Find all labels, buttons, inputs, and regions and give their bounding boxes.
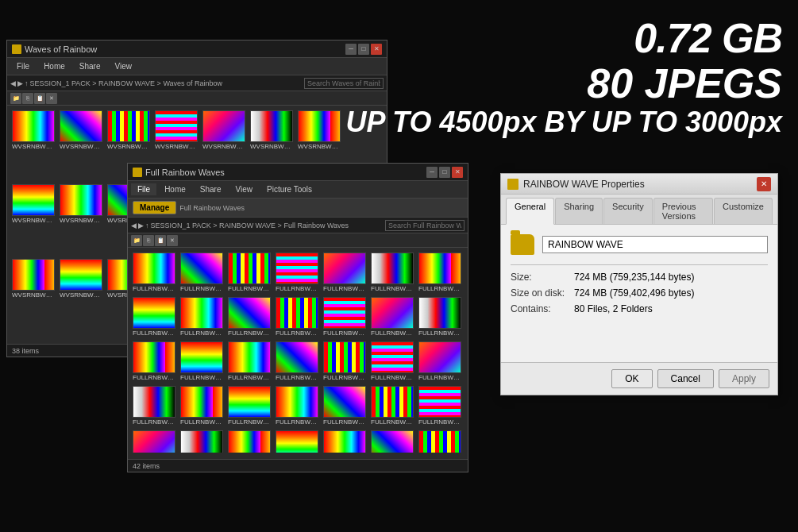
apply-button[interactable]: Apply — [719, 369, 769, 388]
list-item[interactable]: FULLRNBW_05.jpg — [322, 251, 368, 294]
list-item[interactable]: FULLRNBW_03.jpg — [226, 251, 272, 294]
size-value: 724 MB (759,235,144 bytes) — [574, 272, 768, 283]
file-name-label: FULLRNBW_27.jpg — [371, 418, 414, 426]
list-item[interactable]: FULLRNBW_15.jpg — [131, 340, 177, 383]
props-tabs: General Sharing Security Previous Versio… — [501, 195, 777, 225]
toolbar-2: File Home Share View Picture Tools — [128, 181, 468, 199]
list-item[interactable]: FULLRNBW_25.jpg — [274, 384, 320, 427]
tab-view-2[interactable]: View — [229, 183, 260, 195]
manage-btn[interactable]: Manage — [133, 201, 176, 214]
list-item[interactable]: FULLRNBW_20.jpg — [369, 340, 415, 383]
props-tab-customize[interactable]: Customize — [714, 198, 773, 224]
list-item[interactable]: FULLRNBW_30.jpg — [179, 429, 225, 453]
copy-icon-2[interactable]: ⎘ — [143, 235, 154, 246]
props-close-btn[interactable]: ✕ — [757, 177, 771, 191]
list-item[interactable]: WVSRNBW_08.jpg — [10, 183, 56, 255]
delete-icon[interactable]: ✕ — [46, 93, 57, 104]
list-item[interactable]: FULLRNBW_27.jpg — [369, 384, 415, 427]
list-item[interactable]: FULLRNBW_10.jpg — [226, 295, 272, 338]
cancel-button[interactable]: Cancel — [657, 369, 714, 388]
tab-file-1[interactable]: File — [10, 60, 36, 72]
list-item[interactable]: FULLRNBW_26.jpg — [322, 384, 368, 427]
props-contains-row: Contains: 80 Files, 2 Folders — [511, 303, 768, 314]
size-disk-label: Size on disk: — [511, 287, 574, 299]
file-name-label: WVSRNBW_09.jpg — [60, 217, 102, 224]
list-item[interactable]: FULLRNBW_31.jpg — [226, 429, 272, 453]
props-title-bar: RAINBOW WAVE Properties ✕ — [501, 174, 777, 195]
contains-value: 80 Files, 2 Folders — [574, 303, 768, 314]
close-btn-2[interactable]: ✕ — [452, 167, 463, 178]
tab-file-2[interactable]: File — [131, 183, 156, 195]
folder-name-input[interactable] — [542, 236, 768, 253]
props-folder-icon — [507, 179, 519, 190]
new-folder-icon[interactable]: 📁 — [10, 93, 21, 104]
file-name-label: WVSRNBW_08.jpg — [12, 217, 55, 224]
file-name-label: FULLRNBW_05.jpg — [323, 285, 366, 292]
tab-home-2[interactable]: Home — [158, 183, 192, 195]
file-name-label: FULLRNBW_07.jpg — [418, 285, 461, 292]
list-item[interactable]: FULLRNBW_35.jpg — [417, 429, 463, 453]
ok-button[interactable]: OK — [611, 369, 652, 388]
list-item[interactable]: FULLRNBW_34.jpg — [369, 429, 415, 453]
tab-view-1[interactable]: View — [109, 60, 139, 72]
new-folder-icon-2[interactable]: 📁 — [131, 235, 142, 246]
list-item[interactable]: FULLRNBW_21.jpg — [417, 340, 463, 383]
list-item[interactable]: FULLRNBW_04.jpg — [274, 251, 320, 294]
list-item[interactable]: FULLRNBW_16.jpg — [179, 340, 225, 383]
tab-share-1[interactable]: Share — [73, 60, 107, 72]
list-item[interactable]: FULLRNBW_14.jpg — [417, 295, 463, 338]
list-item[interactable]: FULLRNBW_01.jpg — [131, 251, 177, 294]
delete-icon-2[interactable]: ✕ — [167, 235, 178, 246]
list-item[interactable]: FULLRNBW_22.jpg — [131, 384, 177, 427]
status-bar-2: 42 items — [128, 459, 468, 472]
file-name-label: FULLRNBW_25.jpg — [276, 418, 318, 426]
list-item[interactable]: WVSRNBW_19.jpg — [10, 257, 56, 330]
list-item[interactable]: FULLRNBW_23.jpg — [179, 384, 225, 427]
file-name-label: FULLRNBW_06.jpg — [371, 285, 414, 292]
props-tab-sharing[interactable]: Sharing — [555, 198, 603, 224]
list-item[interactable]: FULLRNBW_02.jpg — [179, 251, 225, 294]
list-item[interactable]: FULLRNBW_33.jpg — [322, 429, 368, 453]
title-bar-2: Full Rainbow Waves ─ □ ✕ — [128, 164, 468, 181]
list-item[interactable]: WVSRNBW_02.jpg — [58, 109, 104, 181]
file-name-label: FULLRNBW_11.jpg — [276, 330, 318, 337]
copy-icon[interactable]: ⎘ — [22, 93, 33, 104]
list-item[interactable]: FULLRNBW_29.jpg — [131, 429, 177, 453]
list-item[interactable]: FULLRNBW_11.jpg — [274, 295, 320, 338]
tab-picture-tools-2[interactable]: Picture Tools — [260, 183, 318, 195]
file-name-label: FULLRNBW_23.jpg — [180, 418, 223, 426]
props-tab-security[interactable]: Security — [603, 198, 653, 224]
list-item[interactable]: FULLRNBW_17.jpg — [226, 340, 272, 383]
list-item[interactable]: WVSRNBW_01.jpg — [10, 109, 56, 181]
size-disk-value: 724 MB (759,402,496 bytes) — [574, 287, 768, 299]
props-tab-general[interactable]: General — [506, 198, 554, 225]
list-item[interactable]: FULLRNBW_24.jpg — [226, 384, 272, 427]
list-item[interactable]: FULLRNBW_13.jpg — [369, 295, 415, 338]
list-item[interactable]: FULLRNBW_06.jpg — [369, 251, 415, 294]
file-name-label: WVSRNBW_04.jpg — [155, 143, 198, 150]
file-name-label: WVSRNBW_03.jpg — [107, 143, 150, 150]
maximize-btn-2[interactable]: □ — [439, 167, 450, 178]
list-item[interactable]: FULLRNBW_09.jpg — [179, 295, 225, 338]
list-item[interactable]: FULLRNBW_28.jpg — [417, 384, 463, 427]
minimize-btn-2[interactable]: ─ — [426, 167, 438, 178]
search-input-2[interactable] — [385, 220, 465, 231]
folder-icon-1 — [12, 44, 21, 54]
list-item[interactable]: WVSRNBW_25.jpg — [58, 257, 104, 330]
list-item[interactable]: FULLRNBW_18.jpg — [274, 340, 320, 383]
tab-home-1[interactable]: Home — [37, 60, 71, 72]
list-item[interactable]: FULLRNBW_12.jpg — [322, 295, 368, 338]
address-bar-2: ◀ ▶ ↑ SESSION_1 PACK > RAINBOW WAVE > Fu… — [128, 218, 468, 233]
list-item[interactable]: FULLRNBW_08.jpg — [131, 295, 177, 338]
list-item[interactable]: FULLRNBW_19.jpg — [322, 340, 368, 383]
list-item[interactable]: FULLRNBW_32.jpg — [274, 429, 320, 453]
file-name-label: FULLRNBW_14.jpg — [418, 330, 461, 337]
folder-icon-2 — [133, 168, 142, 177]
contains-label: Contains: — [511, 303, 574, 314]
props-tab-previous-versions[interactable]: Previous Versions — [653, 198, 713, 224]
paste-icon-2[interactable]: 📋 — [155, 235, 166, 246]
tab-share-2[interactable]: Share — [194, 183, 228, 195]
list-item[interactable]: FULLRNBW_07.jpg — [417, 251, 463, 294]
list-item[interactable]: WVSRNBW_09.jpg — [58, 183, 104, 255]
paste-icon[interactable]: 📋 — [34, 93, 45, 104]
